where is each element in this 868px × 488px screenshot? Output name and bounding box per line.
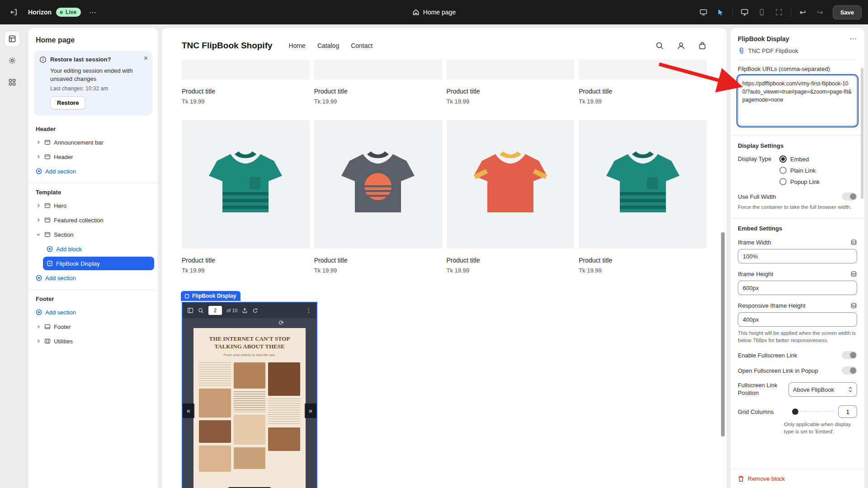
product-card[interactable]: Product title Tk 19.99 xyxy=(579,120,707,274)
product-title[interactable]: Product title xyxy=(314,257,442,264)
open-fullscreen-popup-toggle[interactable] xyxy=(842,366,857,375)
apps-panel-icon[interactable] xyxy=(4,74,20,90)
sidebar-item-featured-collection[interactable]: Featured collection xyxy=(32,213,154,227)
flipbook-iframe: of 10 ⋮ ⟳ THE INTERNET CAN'T STOP TALKIN… xyxy=(182,302,317,488)
flipbook-next-button[interactable]: » xyxy=(305,404,316,418)
fullscreen-link-position-label: Fullscreen Link Position xyxy=(738,382,785,397)
preview-mode-icon[interactable] xyxy=(696,5,711,19)
product-title[interactable]: Product title xyxy=(314,88,442,95)
flipbook-prev-button[interactable]: « xyxy=(183,404,194,418)
radio-selected-icon xyxy=(779,155,787,163)
theme-settings-icon[interactable] xyxy=(4,52,20,69)
sidebar-item-announcement-bar[interactable]: Announcement bar xyxy=(32,136,154,149)
remove-block-button[interactable]: Remove block xyxy=(731,469,864,488)
close-icon[interactable]: × xyxy=(144,54,148,62)
use-full-width-toggle[interactable] xyxy=(842,192,857,201)
chevron-right-icon[interactable] xyxy=(36,155,41,159)
enable-fullscreen-link-toggle[interactable] xyxy=(842,351,857,359)
product-title[interactable]: Product title xyxy=(447,88,575,95)
product-title[interactable]: Product title xyxy=(579,257,707,264)
sidebar-item-flipbook-display[interactable]: FlipBook Display xyxy=(43,257,154,270)
fullscreen-icon[interactable] xyxy=(772,5,786,19)
sidebar-item-hero[interactable]: Hero xyxy=(32,199,154,212)
block-more-menu[interactable]: ⋯ xyxy=(849,34,857,43)
nav-link-catalog[interactable]: Catalog xyxy=(317,42,339,49)
magazine-photo xyxy=(199,420,231,443)
chevron-right-icon[interactable] xyxy=(36,203,41,208)
radio-option-plain-link[interactable]: Plain Link xyxy=(779,167,820,174)
exit-editor-icon[interactable] xyxy=(6,5,21,19)
restore-button[interactable]: Restore xyxy=(50,96,85,109)
add-section-button[interactable]: Add section xyxy=(32,271,154,285)
flipbook-urls-textarea[interactable]: https://pdfflipbook.com/v/my-first-flipb… xyxy=(738,75,857,126)
product-card[interactable]: Product title Tk 19.99 xyxy=(447,60,575,105)
fullscreen-link-position-select[interactable]: Above FlipBook xyxy=(788,382,857,397)
iframe-height-input[interactable] xyxy=(738,281,857,295)
sections-panel-icon[interactable] xyxy=(4,31,20,47)
settings-panel-scrollbar[interactable] xyxy=(861,68,863,199)
dynamic-source-icon[interactable] xyxy=(850,271,857,277)
nav-link-home[interactable]: Home xyxy=(289,42,306,49)
grid-columns-input[interactable] xyxy=(838,405,857,418)
product-card[interactable]: Product title Tk 19.99 xyxy=(182,120,310,274)
sidebar-item-section[interactable]: Section xyxy=(32,228,154,241)
theme-more-menu[interactable]: ⋯ xyxy=(85,5,100,19)
product-card[interactable]: Product title Tk 19.99 xyxy=(314,120,442,274)
chevron-right-icon[interactable] xyxy=(36,339,41,343)
chevron-down-icon[interactable] xyxy=(36,232,41,237)
sidebar-toggle-icon[interactable] xyxy=(187,307,193,314)
dynamic-source-icon[interactable] xyxy=(850,302,857,309)
cart-icon[interactable] xyxy=(698,42,707,50)
add-block-button[interactable]: Add block xyxy=(43,242,154,256)
redo-icon[interactable]: ↪ xyxy=(813,5,827,19)
account-icon[interactable] xyxy=(677,42,685,50)
grid-columns-slider[interactable] xyxy=(792,408,834,415)
inspector-icon[interactable] xyxy=(713,5,728,19)
app-attribution[interactable]: TNC PDF FlipBook xyxy=(738,47,857,60)
undo-icon[interactable]: ↩ xyxy=(796,5,810,19)
mobile-view-icon[interactable] xyxy=(755,5,769,19)
product-title[interactable]: Product title xyxy=(447,257,575,264)
page-number-input[interactable] xyxy=(208,306,222,315)
radio-option-popup-link[interactable]: Popup Link xyxy=(779,178,820,185)
chevron-right-icon[interactable] xyxy=(36,218,41,222)
refresh-icon[interactable]: ⟳ xyxy=(278,319,284,326)
flipbook-display-block[interactable]: FlipBook Display of 10 xyxy=(182,302,317,488)
iframe-width-input[interactable] xyxy=(738,249,857,263)
product-title[interactable]: Product title xyxy=(182,88,310,95)
flipbook-block-tag[interactable]: FlipBook Display xyxy=(181,291,241,301)
save-button[interactable]: Save xyxy=(833,5,862,19)
magazine-text-block xyxy=(199,362,231,386)
chevron-right-icon[interactable] xyxy=(36,140,41,145)
dynamic-source-icon[interactable] xyxy=(850,239,857,246)
more-options-icon[interactable]: ⋮ xyxy=(306,307,312,314)
preview-scrollbar[interactable] xyxy=(721,232,725,436)
store-name[interactable]: TNC FlipBook Shopify xyxy=(182,41,273,51)
search-icon[interactable] xyxy=(656,42,664,50)
nav-link-contact[interactable]: Contact xyxy=(351,42,373,49)
responsive-iframe-height-input[interactable] xyxy=(738,312,857,327)
slider-knob[interactable] xyxy=(792,408,798,415)
product-title[interactable]: Product title xyxy=(579,88,707,95)
product-card[interactable]: Product title Tk 19.99 xyxy=(182,60,310,105)
search-icon[interactable] xyxy=(198,308,204,314)
product-image-tshirt-gray-sun xyxy=(314,120,442,249)
share-icon[interactable] xyxy=(242,308,248,314)
rotate-icon[interactable] xyxy=(252,308,258,314)
chevron-right-icon[interactable] xyxy=(36,324,41,329)
url-field-label: FlipBook URLs (comma-separated) xyxy=(738,66,857,72)
current-page-selector[interactable]: Home page xyxy=(423,9,456,16)
add-section-button[interactable]: Add section xyxy=(32,305,154,319)
display-type-label: Display Type xyxy=(738,155,779,185)
product-card[interactable]: Product title Tk 19.99 xyxy=(447,120,575,274)
product-card[interactable]: Product title Tk 19.99 xyxy=(579,60,707,105)
product-card[interactable]: Product title Tk 19.99 xyxy=(314,60,442,105)
sidebar-item-utilities[interactable]: Utilities xyxy=(32,334,154,348)
sidebar-item-header[interactable]: Header xyxy=(32,150,154,164)
add-section-button[interactable]: Add section xyxy=(32,164,154,178)
product-title[interactable]: Product title xyxy=(182,257,310,264)
radio-icon xyxy=(779,178,787,185)
desktop-view-icon[interactable] xyxy=(737,5,752,19)
sidebar-item-footer[interactable]: Footer xyxy=(32,320,154,333)
radio-option-embed[interactable]: Embed xyxy=(779,155,820,163)
